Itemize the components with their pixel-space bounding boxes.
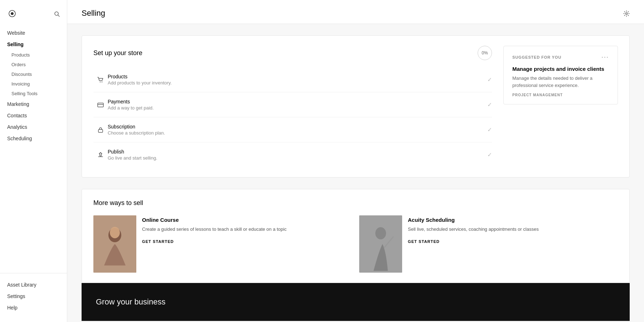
online-course-image — [93, 215, 136, 273]
sidebar-item-selling-tools[interactable]: Selling Tools — [0, 89, 67, 98]
svg-line-1 — [58, 15, 59, 16]
svg-point-3 — [100, 81, 101, 82]
svg-rect-5 — [98, 103, 103, 107]
sidebar-item-settings[interactable]: Settings — [0, 291, 67, 302]
svg-point-4 — [102, 81, 102, 82]
search-button[interactable] — [54, 10, 60, 17]
sidebar-item-marketing[interactable]: Marketing — [0, 98, 67, 110]
sidebar-bottom: Asset Library Settings Help — [0, 273, 67, 322]
suggested-label: Suggested for you — [512, 55, 561, 59]
acuity-image — [359, 215, 402, 273]
more-ways-title: More ways to sell — [93, 199, 618, 207]
setup-item-products-title: Products — [108, 74, 487, 79]
setup-store-title: Set up your store — [93, 49, 142, 57]
sidebar-item-asset-library[interactable]: Asset Library — [0, 279, 67, 291]
setup-item-payments[interactable]: Payments Add a way to get paid. ✓ — [93, 92, 492, 117]
suggested-header: Suggested for you ··· — [512, 53, 609, 61]
setup-store-left: Set up your store 0% Products Add — [93, 46, 492, 167]
setup-item-publish-title: Publish — [108, 149, 487, 155]
online-course-desc: Create a guided series of lessons to tea… — [142, 226, 352, 233]
sidebar-item-orders[interactable]: Orders — [0, 60, 67, 69]
setup-item-subscription-title: Subscription — [108, 124, 487, 130]
svg-point-2 — [626, 13, 628, 14]
acuity-desc: Sell live, scheduled services, coaching … — [408, 226, 618, 233]
setup-item-publish-content: Publish Go live and start selling. — [108, 149, 487, 161]
suggested-desc: Manage the details needed to deliver a p… — [512, 75, 609, 89]
payments-check-icon: ✓ — [487, 101, 492, 108]
sidebar-item-discounts[interactable]: Discounts — [0, 69, 67, 79]
suggested-card: Suggested for you ··· Manage projects an… — [503, 46, 618, 104]
sidebar-top — [0, 0, 67, 24]
more-ways-card-acuity[interactable]: Acuity Scheduling Sell live, scheduled s… — [359, 215, 618, 273]
setup-item-products-content: Products Add products to your inventory. — [108, 74, 487, 86]
sidebar-item-selling[interactable]: Selling — [0, 39, 67, 50]
main-content: Selling Set up your store 0% — [67, 0, 644, 322]
more-ways-card-online-course[interactable]: Online Course Create a guided series of … — [93, 215, 352, 273]
online-course-cta[interactable]: GET STARTED — [142, 239, 174, 244]
squarespace-logo[interactable] — [7, 9, 17, 19]
setup-item-payments-content: Payments Add a way to get paid. — [108, 99, 487, 111]
acuity-title: Acuity Scheduling — [408, 217, 618, 223]
grow-section: Grow your business — [82, 283, 630, 321]
acuity-cta[interactable]: GET STARTED — [408, 239, 440, 244]
grow-title: Grow your business — [96, 297, 615, 307]
setup-item-products[interactable]: Products Add products to your inventory.… — [93, 67, 492, 92]
setup-item-publish-desc: Go live and start selling. — [108, 155, 487, 161]
publish-icon — [93, 151, 108, 158]
acuity-content: Acuity Scheduling Sell live, scheduled s… — [408, 215, 618, 273]
suggested-title: Manage projects and invoice clients — [512, 66, 609, 72]
setup-item-subscription[interactable]: Subscription Choose a subscription plan.… — [93, 117, 492, 142]
sidebar-item-products[interactable]: Products — [0, 50, 67, 60]
payments-icon — [93, 101, 108, 108]
setup-store-section: Set up your store 0% Products Add — [82, 35, 630, 177]
sidebar-item-invoicing[interactable]: Invoicing — [0, 79, 67, 89]
svg-rect-7 — [98, 130, 103, 132]
setup-store-header: Set up your store 0% — [93, 46, 492, 60]
publish-check-icon: ✓ — [487, 151, 492, 158]
sidebar-item-contacts[interactable]: Contacts — [0, 110, 67, 121]
online-course-content: Online Course Create a guided series of … — [142, 215, 352, 273]
sidebar-item-analytics[interactable]: Analytics — [0, 121, 67, 133]
suggested-tag: Project Management — [512, 93, 609, 97]
progress-badge: 0% — [478, 46, 492, 60]
setup-item-subscription-content: Subscription Choose a subscription plan. — [108, 124, 487, 136]
setup-item-publish[interactable]: Publish Go live and start selling. ✓ — [93, 142, 492, 167]
lock-icon — [93, 126, 108, 133]
svg-point-12 — [375, 227, 386, 239]
setup-item-subscription-desc: Choose a subscription plan. — [108, 130, 487, 136]
sidebar-nav: Website Selling Products Orders Discount… — [0, 24, 67, 273]
sidebar-item-scheduling[interactable]: Scheduling — [0, 133, 67, 144]
settings-gear-icon[interactable] — [623, 10, 630, 17]
setup-item-payments-desc: Add a way to get paid. — [108, 105, 487, 111]
subscription-check-icon: ✓ — [487, 126, 492, 133]
main-body: Set up your store 0% Products Add — [67, 24, 644, 322]
more-ways-grid: Online Course Create a guided series of … — [93, 215, 618, 273]
suggested-section: Suggested for you ··· Manage projects an… — [503, 46, 618, 167]
setup-item-products-desc: Add products to your inventory. — [108, 80, 487, 86]
sidebar-item-help[interactable]: Help — [0, 302, 67, 313]
more-ways-section: More ways to sell Online Cours — [82, 189, 630, 283]
online-course-title: Online Course — [142, 217, 352, 223]
products-check-icon: ✓ — [487, 76, 492, 83]
sidebar: Website Selling Products Orders Discount… — [0, 0, 67, 322]
cart-icon — [93, 76, 108, 83]
main-header: Selling — [67, 0, 644, 24]
page-title: Selling — [82, 9, 105, 18]
suggested-more-options[interactable]: ··· — [601, 53, 609, 61]
svg-point-10 — [110, 227, 120, 238]
setup-item-payments-title: Payments — [108, 99, 487, 104]
sidebar-item-website[interactable]: Website — [0, 27, 67, 39]
